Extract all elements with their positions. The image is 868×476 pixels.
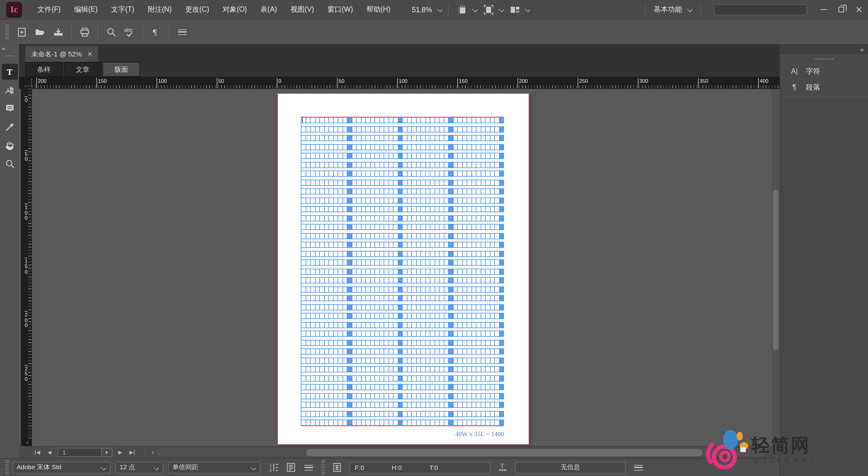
table-count: T:0 — [429, 464, 438, 471]
grid-cell — [366, 260, 370, 266]
menubar-menu-8[interactable]: 窗口(W) — [321, 0, 360, 19]
view-options-button[interactable] — [457, 5, 477, 14]
text-depth-button[interactable]: T — [495, 461, 510, 474]
tools-grip[interactable] — [5, 55, 14, 58]
spellcheck-button[interactable]: abc — [120, 23, 139, 40]
statusbar-menu-icon[interactable] — [305, 465, 313, 470]
menubar-menu-6[interactable]: 表(A) — [254, 0, 284, 19]
page-number-input[interactable]: 1 — [57, 448, 102, 457]
workspace-switcher[interactable]: 基本功能 — [651, 5, 695, 14]
grid-cell — [334, 135, 338, 141]
zoom-level-value[interactable]: 51.8% — [412, 6, 432, 13]
text-frame-button[interactable] — [484, 5, 504, 14]
grid-cell — [356, 348, 361, 354]
eyedropper-tool[interactable] — [2, 119, 18, 135]
view-tab-文章[interactable]: 文章 — [64, 62, 101, 77]
document-canvas[interactable]: 05 01 0 01 5 02 0 02 5 0 + 40W x 35L = 1… — [19, 89, 780, 446]
toolbar-menu-button[interactable] — [173, 23, 191, 40]
scroll-left-icon[interactable]: ‹ — [152, 448, 154, 456]
grid-cell — [343, 295, 347, 301]
count-panel-button[interactable] — [330, 461, 344, 474]
show-hidden-characters-button[interactable]: ¶ — [147, 23, 165, 40]
grid-cell — [375, 215, 380, 221]
page-dropdown-button[interactable]: ▼ — [102, 448, 112, 457]
grid-cell — [301, 375, 306, 381]
grid-cell — [439, 419, 444, 426]
grid-cell — [458, 233, 463, 239]
vertical-scrollbar-thumb[interactable] — [773, 190, 778, 350]
scroll-right-icon[interactable]: › — [773, 448, 775, 456]
vertical-ruler[interactable]: 05 01 0 01 5 02 0 02 5 0 — [21, 89, 32, 446]
grid-cell — [426, 144, 430, 150]
grid-cell — [463, 304, 467, 310]
horizontal-scrollbar-thumb[interactable] — [306, 449, 702, 456]
document-tab[interactable]: 未命名-1 @ 52% — [25, 46, 98, 62]
dock-grip[interactable] — [815, 58, 833, 61]
last-page-button[interactable]: ▶ — [126, 450, 139, 455]
manuscript-grid[interactable] — [301, 116, 504, 426]
search-input[interactable] — [714, 4, 807, 15]
search-button[interactable] — [102, 23, 120, 40]
tab-close-icon[interactable] — [87, 52, 92, 57]
menubar-menu-3[interactable]: 附注(N) — [141, 0, 178, 19]
grid-cell — [430, 233, 435, 239]
grid-cell — [403, 331, 407, 337]
menubar-menu-5[interactable]: 对象(O) — [216, 0, 253, 19]
paragraph-panel-button[interactable]: ¶ 段落 — [780, 79, 868, 95]
horizontal-ruler[interactable]: 20015010050050100150200250300350400 — [19, 77, 780, 89]
note-tool[interactable] — [2, 101, 18, 116]
grid-cell — [467, 384, 472, 390]
tools-expand-button[interactable]: » — [0, 44, 6, 52]
line-spacing-button[interactable]: 12 — [267, 461, 281, 474]
grid-cell — [366, 419, 370, 426]
type-tool[interactable]: T — [2, 64, 18, 80]
grid-cell — [343, 188, 347, 195]
grid-cell — [366, 242, 370, 248]
close-button[interactable] — [850, 0, 868, 19]
grid-cell — [338, 197, 343, 203]
menubar-menu-1[interactable]: 编辑(E) — [67, 0, 104, 19]
statusbar-grip[interactable] — [5, 460, 9, 475]
statusbar-menu-icon[interactable] — [634, 465, 643, 470]
font-family-select[interactable]: Adobe 宋体 Std — [12, 462, 111, 473]
grid-cell — [495, 277, 499, 283]
new-document-button[interactable] — [12, 23, 31, 40]
statusbar-grip[interactable] — [322, 460, 325, 475]
hand-tool[interactable] — [2, 137, 18, 154]
font-size-select[interactable]: 12 点 — [115, 462, 163, 473]
menubar-menu-0[interactable]: 文件(F) — [31, 0, 67, 19]
menubar-menu-2[interactable]: 文字(T) — [104, 0, 141, 19]
collapse-panels-icon[interactable]: « — [860, 46, 864, 53]
grid-cell — [375, 384, 380, 390]
view-tab-版面[interactable]: 版面 — [102, 62, 140, 77]
leading-select[interactable]: 单倍间距 — [168, 462, 260, 473]
menubar-menu-9[interactable]: 帮助(H) — [360, 0, 397, 19]
zoom-chevron-icon[interactable] — [437, 7, 442, 12]
galley-settings-button[interactable] — [284, 461, 298, 474]
horizontal-scrollbar[interactable] — [157, 448, 766, 456]
position-tool[interactable] — [2, 82, 18, 98]
menubar-menu-4[interactable]: 更改(C) — [178, 0, 216, 19]
menubar-menu-7[interactable]: 视图(V) — [284, 0, 321, 19]
view-tab-条样[interactable]: 条样 — [25, 62, 63, 77]
grid-cell — [380, 393, 384, 399]
grid-cell — [384, 171, 389, 177]
restore-button[interactable] — [832, 0, 850, 19]
first-page-button[interactable]: ◀ — [31, 450, 44, 455]
toolbar-grip[interactable] — [5, 25, 9, 39]
ruler-origin-icon[interactable] — [25, 79, 32, 87]
save-button[interactable] — [49, 23, 67, 40]
screen-mode-button[interactable] — [510, 5, 530, 14]
text-frame-icon — [484, 5, 493, 14]
open-folder-button[interactable] — [31, 23, 49, 40]
previous-page-button[interactable]: ◀ — [44, 450, 55, 455]
zoom-tool[interactable] — [2, 156, 18, 172]
grid-cell — [324, 286, 329, 292]
grid-row — [301, 179, 504, 185]
character-panel-button[interactable]: A| 字符 — [780, 63, 868, 79]
minimize-button[interactable] — [815, 0, 832, 19]
page[interactable]: 40W x 35L = 1400 — [277, 93, 529, 445]
next-page-button[interactable]: ▶ — [115, 450, 126, 455]
print-button[interactable] — [75, 23, 94, 40]
vertical-scrollbar[interactable] — [772, 89, 779, 446]
